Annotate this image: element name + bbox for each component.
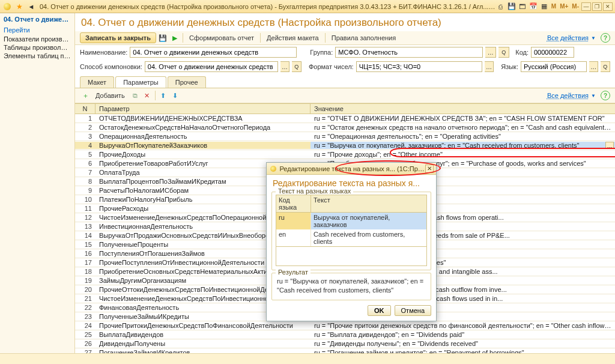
grid-all-actions-link[interactable]: Все действия xyxy=(547,92,589,99)
group-label: Группа: xyxy=(310,49,333,56)
dropdown-icon[interactable]: ▼ xyxy=(591,93,596,99)
layout-input[interactable] xyxy=(145,61,278,72)
tb-grid-icon[interactable]: ▦ xyxy=(539,2,549,11)
lang-select-button[interactable]: … xyxy=(589,61,599,72)
table-row[interactable]: 5ПрочиеДоходыru = "Прочие доходы"; en = … xyxy=(75,150,615,159)
nav-subheader: Перейти xyxy=(4,26,71,34)
group-input[interactable] xyxy=(335,47,483,58)
nav-title: 04. Отчет о движении... xyxy=(4,16,71,23)
window-title: 04. Отчет о движении денежных средств (Н… xyxy=(40,3,496,10)
lang-input[interactable] xyxy=(521,61,587,72)
table-row[interactable]: 25ВыплатаДивидендовru = "Выплата дивиден… xyxy=(75,330,615,339)
cell-param: ПрочиеДоходы xyxy=(95,151,311,158)
tb-mplus[interactable]: M+ xyxy=(559,3,569,10)
tb-m[interactable]: M xyxy=(550,3,557,10)
cell-n: 5 xyxy=(75,151,95,158)
move-up-icon[interactable]: ⬆ xyxy=(158,90,169,101)
name-label: Наименование: xyxy=(80,49,127,56)
lang-open-button[interactable]: Q xyxy=(601,61,610,72)
dlg-cell-text: Выручка от покупателей, заказчиков xyxy=(311,213,426,229)
cell-n: 20 xyxy=(75,286,95,293)
layout-select-button[interactable]: … xyxy=(280,61,290,72)
tab-layout[interactable]: Макет xyxy=(80,76,114,88)
dlg-cell-text: Cash received from customers, clients xyxy=(311,229,426,246)
app-titlebar: ★ ◄ 04. Отчет о движении денежных средст… xyxy=(0,0,615,13)
table-row[interactable]: 27ПогашениеЗаймовИКредитовru = "Погашени… xyxy=(75,348,615,353)
tab-parameters[interactable]: Параметры xyxy=(115,76,166,88)
group-open-button[interactable]: Q xyxy=(498,47,509,58)
help-icon[interactable]: ? xyxy=(601,91,610,100)
cell-n: 3 xyxy=(75,133,95,140)
move-down-icon[interactable]: ⬇ xyxy=(170,90,181,101)
dropdown-icon[interactable]: ▼ xyxy=(591,35,596,41)
nav-link-3[interactable]: Элементы таблиц произв... xyxy=(4,52,71,60)
window-close[interactable]: ✕ xyxy=(603,2,613,11)
separator xyxy=(260,33,261,43)
table-row[interactable]: 4ВыручкаОтПокупателейЗаказчиковru = "Выр… xyxy=(75,141,615,150)
dialog-title-text: Редактирование текста на разных я... (1С… xyxy=(280,165,426,172)
tb-mminus[interactable]: M- xyxy=(571,3,580,10)
lang-label: Язык: xyxy=(501,63,518,70)
tb-calc-icon[interactable]: 🗔 xyxy=(518,2,527,11)
numfmt-input[interactable] xyxy=(356,61,482,72)
cell-n: 4 xyxy=(75,142,95,149)
group-select-button[interactable]: … xyxy=(485,47,496,58)
add-button[interactable]: Добавить xyxy=(92,91,129,100)
help-icon[interactable]: ? xyxy=(601,33,610,43)
main-toolbar: Записать и закрыть 💾 ▶ Сформировать отче… xyxy=(75,31,615,45)
delete-icon[interactable]: ✕ xyxy=(142,90,153,101)
name-input[interactable] xyxy=(130,47,297,58)
fieldset-legend-result: Результат xyxy=(276,268,311,276)
cell-value: ru = "Прочие доходы"; en = "Other income… xyxy=(311,151,615,158)
col-value: Значение xyxy=(311,104,615,114)
window-minimize[interactable]: — xyxy=(581,2,591,11)
fieldset-legend-texts: Текст на разных языках xyxy=(276,187,353,195)
table-row[interactable]: 24ПрочиеПритокиДенежныхСредствПоФинансов… xyxy=(75,321,615,330)
tb-print-icon[interactable]: ⎙ xyxy=(496,2,506,11)
dialog-ok-button[interactable]: OK xyxy=(368,305,391,316)
history-back-icon[interactable]: ◄ xyxy=(26,2,36,11)
table-row[interactable]: 26ДивидендыПолученыru = "Дивиденды получ… xyxy=(75,339,615,348)
page-title: 04. Отчет о движении денежных средств (Н… xyxy=(75,13,615,31)
nav-link-2[interactable]: Таблицы произвольных о... xyxy=(4,43,71,52)
dialog-row[interactable]: enCash received from customers, clients xyxy=(276,229,426,246)
dialog-close-button[interactable]: ✕ xyxy=(425,165,434,173)
numfmt-select-button[interactable]: … xyxy=(485,61,494,72)
dialog-result-text: ru = "Выручка от покупателей, заказчиков… xyxy=(276,276,427,296)
fill-rules-button[interactable]: Правила заполнения xyxy=(328,33,400,43)
copy-icon[interactable]: ⧉ xyxy=(130,90,141,101)
dialog-cancel-button[interactable]: Отмена xyxy=(395,305,431,316)
table-row[interactable]: 1ОТЧЕТОДВИЖЕНИИДЕНЕЖНЫХСРЕДСТВЗАru = "ОТ… xyxy=(75,114,615,123)
table-row[interactable]: 3ОперационнаяДеятельностьru = "Операцион… xyxy=(75,132,615,141)
cell-value[interactable]: ru = "Выручка от покупателей, заказчиков… xyxy=(311,142,615,149)
layout-actions-button[interactable]: Действия макета xyxy=(263,33,323,43)
all-actions-link[interactable]: Все действия xyxy=(547,34,589,41)
dialog-row[interactable]: ruВыручка от покупателей, заказчиков xyxy=(276,213,426,229)
dialog-grid[interactable]: ruВыручка от покупателей, заказчиковenCa… xyxy=(276,213,427,247)
add-icon[interactable]: ＋ xyxy=(80,90,91,101)
code-input[interactable] xyxy=(531,47,574,58)
form-report-button[interactable]: Сформировать отчет xyxy=(186,33,258,43)
tb-save-icon[interactable]: 💾 xyxy=(507,2,517,11)
cell-edit-button[interactable]: … xyxy=(605,142,614,149)
play-icon[interactable]: ▶ xyxy=(169,32,180,43)
window-restore[interactable]: ❐ xyxy=(592,2,602,11)
table-row[interactable]: 2ОстатокДенежныхСредствНаНачалоОтчетного… xyxy=(75,123,615,132)
cell-param: ОперационнаяДеятельность xyxy=(95,133,311,140)
cell-value: ru = "Дивиденды получены"; en = "Dividen… xyxy=(311,340,615,347)
dialog-fieldset-texts: Текст на разных языках Код языка Текст r… xyxy=(271,192,431,270)
layout-open-button[interactable]: Q xyxy=(292,61,301,72)
cell-param: ПогашениеЗаймовИКредитов xyxy=(95,349,311,353)
cell-value: ru = "Операционная деятельность"; en = "… xyxy=(311,133,615,140)
cell-n: 6 xyxy=(75,160,95,167)
favorite-icon[interactable]: ★ xyxy=(14,2,24,11)
tab-other[interactable]: Прочее xyxy=(168,76,206,88)
cell-param: ПрочиеПритокиДенежныхСредствПоФинансовой… xyxy=(95,322,311,329)
tab-bar: Макет Параметры Прочее xyxy=(75,74,615,88)
save-icon[interactable]: 💾 xyxy=(157,32,168,43)
tb-calendar-icon[interactable]: 📅 xyxy=(529,2,538,11)
layout-label: Способ компоновки: xyxy=(80,63,142,70)
nav-link-1[interactable]: Показатели произвольны... xyxy=(4,35,71,43)
save-close-button[interactable]: Записать и закрыть xyxy=(80,32,156,43)
dialog-icon xyxy=(269,164,277,174)
